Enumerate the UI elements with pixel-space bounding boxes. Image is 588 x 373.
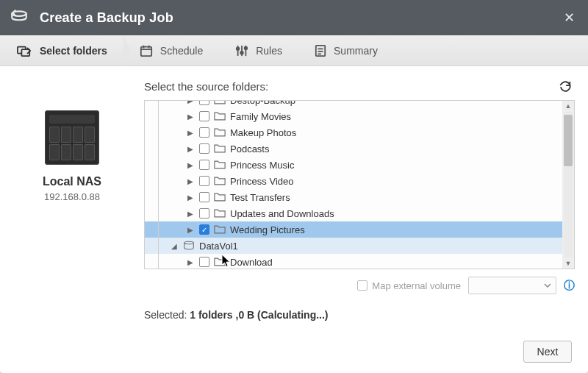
volume-icon: [183, 241, 195, 251]
folder-checkbox[interactable]: [199, 127, 209, 138]
nas-image: [45, 110, 99, 165]
backup-icon: [9, 9, 29, 26]
titlebar: Create a Backup Job ✕: [0, 0, 588, 35]
folder-checkbox[interactable]: [199, 192, 209, 202]
folder-checkbox[interactable]: [199, 257, 209, 267]
tree-row[interactable]: ▶Download: [145, 254, 562, 269]
step-label: Summary: [334, 45, 378, 57]
tree-row[interactable]: ▶Destop-Backup: [145, 101, 562, 108]
step-label: Rules: [256, 45, 282, 57]
expand-caret-icon[interactable]: ▶: [186, 258, 195, 266]
chevron-down-icon: [544, 283, 551, 288]
tree-row[interactable]: ▶Wedding Pictures: [145, 221, 562, 238]
folder-icon: [214, 208, 226, 219]
folder-checkbox[interactable]: [199, 111, 209, 121]
svg-rect-3: [141, 46, 151, 56]
svg-point-4: [237, 47, 240, 50]
svg-point-6: [245, 46, 248, 49]
step-label: Schedule: [160, 45, 203, 57]
tree-item-label: Test Transfers: [230, 192, 290, 203]
expand-caret-icon[interactable]: ▶: [186, 145, 195, 153]
tree-row[interactable]: ▶Makeup Photos: [145, 124, 562, 141]
tree-item-label: Updates and Downloads: [230, 208, 334, 219]
expand-caret-icon[interactable]: ▶: [186, 113, 195, 121]
nas-name: Local NAS: [43, 175, 101, 188]
step-rules[interactable]: Rules: [219, 35, 298, 65]
step-label: Select folders: [40, 45, 107, 57]
selection-summary: Selected: 1 folders ,0 B (Calculating...…: [144, 309, 575, 321]
step-select-folders[interactable]: Select folders: [0, 35, 123, 65]
tree-row[interactable]: ▶Princess Video: [145, 173, 562, 189]
expand-caret-icon[interactable]: ▶: [186, 193, 195, 202]
folder-checkbox[interactable]: [199, 160, 209, 170]
right-column: Select the source folders: ▶Destop-Backu…: [144, 77, 575, 330]
close-button[interactable]: ✕: [559, 8, 579, 27]
folder-icon: [214, 160, 226, 170]
expand-caret-icon[interactable]: ▶: [186, 210, 195, 218]
backup-job-dialog: Create a Backup Job ✕ Select folders Sch…: [0, 0, 588, 373]
tree-item-label: Princess Video: [230, 176, 293, 187]
expand-caret-icon[interactable]: ▶: [186, 161, 195, 169]
map-volume-checkbox[interactable]: [357, 280, 368, 291]
tree-row[interactable]: ▶Test Transfers: [145, 189, 562, 205]
tree-row[interactable]: ◢DataVol1: [145, 238, 562, 254]
tree-row[interactable]: ▶Family Movies: [145, 108, 562, 124]
tree-item-label: Podcasts: [230, 143, 269, 154]
next-button[interactable]: Next: [523, 341, 572, 363]
folder-icon: [214, 257, 226, 267]
summary-prefix: Selected:: [144, 309, 190, 321]
wizard-stepbar: Select folders Schedule Rules: [0, 35, 588, 66]
dialog-title: Create a Backup Job: [40, 10, 173, 26]
svg-point-5: [240, 51, 243, 54]
map-volume-select[interactable]: [468, 277, 556, 294]
folder-icon: [214, 176, 226, 186]
tree-item-label: Family Movies: [230, 111, 291, 122]
folder-checkbox[interactable]: [199, 101, 209, 105]
folder-icon: [214, 111, 226, 121]
expand-caret-icon[interactable]: ◢: [170, 242, 179, 250]
body: Local NAS 192.168.0.88 Select the source…: [0, 66, 588, 330]
nas-ip: 192.168.0.88: [44, 191, 100, 202]
scroll-thumb[interactable]: [564, 115, 573, 166]
tree-item-label: Destop-Backup: [230, 101, 295, 106]
folder-tree: ▶Destop-Backup▶Family Movies▶Makeup Phot…: [144, 100, 575, 269]
tree-row[interactable]: ▶Princess Music: [145, 157, 562, 173]
map-volume-row: Map external volume ⓘ: [144, 275, 575, 296]
tree-row[interactable]: ▶Podcasts: [145, 141, 562, 157]
summary-icon: [315, 44, 326, 57]
map-volume-label: Map external volume: [372, 280, 461, 291]
folder-icon: [214, 101, 226, 105]
scroll-track[interactable]: [564, 112, 573, 257]
info-icon[interactable]: ⓘ: [564, 279, 575, 293]
tree-item-label: Makeup Photos: [230, 127, 296, 138]
folder-checkbox[interactable]: [199, 224, 209, 235]
expand-caret-icon[interactable]: ▶: [186, 226, 195, 234]
folder-checkbox[interactable]: [199, 176, 209, 186]
tree-item-label: Princess Music: [230, 160, 294, 171]
schedule-icon: [140, 44, 153, 57]
folder-icon: [214, 224, 226, 235]
select-folders-icon: [16, 44, 32, 57]
folder-icon: [214, 143, 226, 154]
scroll-up-icon[interactable]: ▲: [562, 101, 574, 111]
expand-caret-icon[interactable]: ▶: [186, 129, 195, 137]
nas-panel: Local NAS 192.168.0.88: [13, 77, 131, 330]
scroll-down-icon[interactable]: ▼: [562, 258, 574, 269]
scrollbar[interactable]: ▲ ▼: [562, 101, 574, 269]
step-schedule[interactable]: Schedule: [123, 35, 219, 65]
tree-item-label: Download: [230, 257, 273, 268]
tree-row[interactable]: ▶Updates and Downloads: [145, 205, 562, 221]
source-heading: Select the source folders:: [144, 80, 268, 93]
svg-point-8: [184, 241, 193, 244]
tree-item-label: Wedding Pictures: [230, 224, 305, 235]
expand-caret-icon[interactable]: ▶: [186, 177, 195, 185]
tree-item-label: DataVol1: [199, 241, 238, 252]
step-summary[interactable]: Summary: [298, 35, 394, 65]
folder-checkbox[interactable]: [199, 143, 209, 154]
expand-caret-icon[interactable]: ▶: [186, 101, 195, 104]
folder-icon: [214, 127, 226, 138]
folder-checkbox[interactable]: [199, 208, 209, 219]
footer: Next: [0, 330, 588, 373]
rules-icon: [235, 44, 248, 57]
refresh-button[interactable]: [556, 77, 575, 96]
